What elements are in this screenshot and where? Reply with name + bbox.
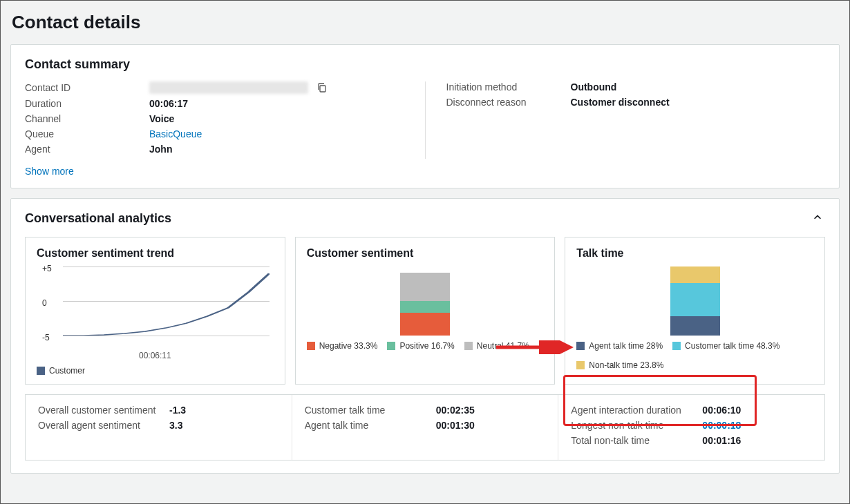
- duration-value: 00:06:17: [149, 98, 188, 109]
- page-title: Contact details: [12, 12, 840, 33]
- metric-row: Overall customer sentiment-1.3: [38, 405, 279, 416]
- legend-item: Neutral 41.7%: [464, 341, 529, 351]
- queue-label: Queue: [25, 128, 149, 139]
- metric-row: Customer talk time00:02:35: [305, 405, 546, 416]
- customer-sentiment-title: Customer sentiment: [307, 247, 544, 260]
- swatch-icon: [37, 367, 45, 375]
- metric-row[interactable]: Longest non-talk time00:00:18: [571, 420, 812, 431]
- metric-value: 00:01:16: [702, 435, 741, 446]
- conversational-analytics-card: Conversational analytics Customer sentim…: [10, 198, 840, 474]
- metric-row: Agent interaction duration00:06:10: [571, 405, 812, 416]
- talk-segment: [670, 283, 720, 316]
- legend-item: Customer talk time 48.3%: [672, 341, 780, 351]
- metric-value: -1.3: [169, 405, 186, 416]
- metrics-row: Overall customer sentiment-1.3Overall ag…: [25, 394, 825, 461]
- customer-sentiment-legend: Negative 33.3%Positive 16.7%Neutral 41.7…: [307, 341, 544, 351]
- sentiment-segment: [400, 273, 450, 302]
- duration-label: Duration: [25, 98, 149, 109]
- sentiment-trend-legend: Customer: [37, 366, 274, 376]
- legend-item: Customer: [37, 366, 85, 376]
- show-more-link[interactable]: Show more: [25, 166, 74, 177]
- channel-label: Channel: [25, 113, 149, 124]
- legend-label: Agent talk time 28%: [589, 341, 663, 351]
- swatch-icon: [576, 361, 585, 369]
- agent-value: John: [149, 144, 172, 155]
- analytics-title: Conversational analytics: [25, 211, 171, 226]
- sentiment-trend-line: [63, 266, 270, 336]
- metric-value: 3.3: [169, 420, 182, 431]
- agent-label: Agent: [25, 144, 149, 155]
- sentiment-trend-xlabel: 00:06:11: [37, 351, 274, 360]
- swatch-icon: [464, 342, 473, 350]
- legend-item: Positive 16.7%: [387, 341, 454, 351]
- legend-label: Customer: [49, 366, 85, 376]
- talk-time-chart: [576, 266, 813, 336]
- legend-label: Neutral 41.7%: [477, 341, 529, 351]
- metrics-col-talk: Customer talk time00:02:35Agent talk tim…: [292, 395, 558, 460]
- initiation-label: Initiation method: [446, 81, 571, 93]
- legend-label: Negative 33.3%: [319, 341, 378, 351]
- contact-id-value-redacted: [149, 81, 308, 94]
- collapse-toggle[interactable]: [810, 210, 825, 227]
- metric-value: 00:01:30: [436, 420, 475, 431]
- metric-label: Total non-talk time: [571, 435, 702, 446]
- legend-item: Agent talk time 28%: [576, 341, 663, 351]
- talk-segment: [670, 316, 720, 336]
- metrics-col-nontalk: Agent interaction duration00:06:10Longes…: [558, 395, 824, 460]
- summary-right-col: Initiation method Outbound Disconnect re…: [426, 81, 826, 159]
- swatch-icon: [307, 342, 315, 350]
- legend-item: Non-talk time 23.8%: [576, 360, 663, 370]
- sentiment-trend-chart: +5 0 -5: [42, 266, 274, 349]
- metric-row: Overall agent sentiment3.3: [38, 420, 279, 431]
- metric-row: Agent talk time00:01:30: [305, 420, 546, 431]
- talk-segment: [670, 266, 720, 283]
- disconnect-label: Disconnect reason: [446, 97, 571, 108]
- ytick-zero: 0: [42, 298, 47, 308]
- contact-summary-card: Contact summary Contact ID: [10, 44, 840, 188]
- metric-row: Total non-talk time00:01:16: [571, 435, 812, 446]
- talk-time-title: Talk time: [576, 247, 813, 260]
- ytick-plus5: +5: [42, 264, 52, 273]
- sentiment-segment: [400, 313, 450, 336]
- disconnect-value: Customer disconnect: [571, 97, 670, 108]
- summary-left-col: Contact ID Duration 00:06:17: [25, 81, 426, 159]
- sentiment-trend-title: Customer sentiment trend: [37, 247, 274, 260]
- contact-summary-title: Contact summary: [25, 57, 825, 72]
- metric-value[interactable]: 00:00:18: [702, 420, 741, 431]
- metric-value: 00:06:10: [702, 405, 741, 416]
- swatch-icon: [576, 342, 585, 350]
- metric-label: Overall customer sentiment: [38, 405, 169, 416]
- queue-value-link[interactable]: BasicQueue: [149, 128, 202, 139]
- legend-label: Non-talk time 23.8%: [589, 360, 663, 370]
- metric-label: Overall agent sentiment: [38, 420, 169, 431]
- svg-rect-0: [320, 86, 325, 92]
- sentiment-segment: [400, 301, 450, 313]
- initiation-value: Outbound: [571, 81, 617, 93]
- swatch-icon: [672, 342, 681, 350]
- metric-label: Agent interaction duration: [571, 405, 702, 416]
- copy-icon[interactable]: [317, 82, 328, 93]
- talk-time-panel: Talk time Agent talk time 28%Customer ta…: [565, 237, 825, 385]
- legend-label: Customer talk time 48.3%: [685, 341, 780, 351]
- metric-label: Agent talk time: [305, 420, 436, 431]
- ytick-minus5: -5: [42, 333, 50, 342]
- channel-value: Voice: [149, 113, 174, 124]
- metric-value: 00:02:35: [436, 405, 475, 416]
- customer-sentiment-chart: [307, 266, 544, 336]
- legend-label: Positive 16.7%: [399, 341, 454, 351]
- legend-item: Negative 33.3%: [307, 341, 378, 351]
- metric-label: Customer talk time: [305, 405, 436, 416]
- metrics-col-overall: Overall customer sentiment-1.3Overall ag…: [26, 395, 292, 460]
- chevron-up-icon: [813, 213, 822, 222]
- sentiment-trend-panel: Customer sentiment trend +5 0 -5 00:06:1…: [25, 237, 285, 385]
- contact-id-label: Contact ID: [25, 82, 149, 93]
- customer-sentiment-panel: Customer sentiment Negative 33.3%Positiv…: [295, 237, 556, 385]
- talk-time-legend: Agent talk time 28%Customer talk time 48…: [576, 341, 813, 370]
- swatch-icon: [387, 342, 395, 350]
- metric-label: Longest non-talk time: [571, 420, 702, 431]
